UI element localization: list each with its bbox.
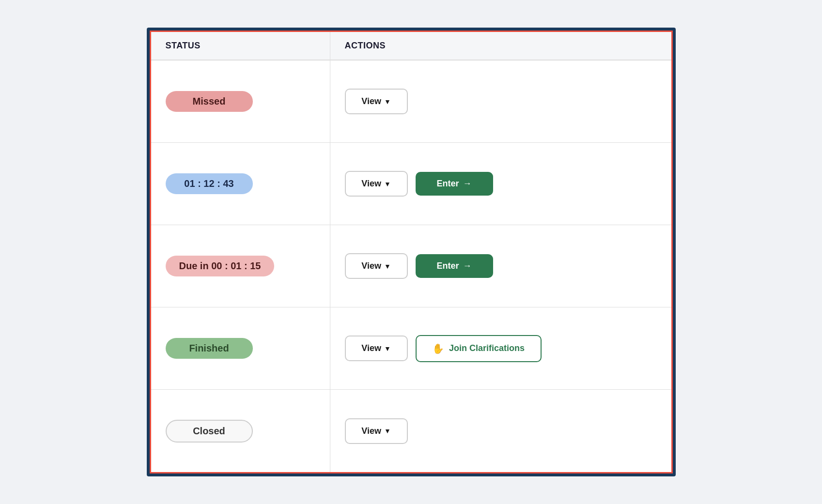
dropdown-arrow-icon: ▼ <box>384 345 391 352</box>
enter-button-due[interactable]: Enter → <box>416 254 493 278</box>
view-label-timer: View <box>361 179 381 189</box>
actions-cell-timer: View ▼ Enter → <box>330 143 671 225</box>
table-body: Missed View ▼ 01 : 12 : 43 View ▼ <box>151 61 671 472</box>
view-button-finished[interactable]: View ▼ <box>345 336 408 361</box>
main-table: STATUS ACTIONS Missed View ▼ 0 <box>150 31 673 473</box>
enter-label-due: Enter <box>436 261 459 271</box>
actions-cell-due: View ▼ Enter → <box>330 225 671 307</box>
dropdown-arrow-icon: ▼ <box>384 262 391 270</box>
status-badge-finished: Finished <box>166 338 253 359</box>
arrow-right-icon: → <box>463 179 472 189</box>
status-cell-missed: Missed <box>151 61 330 142</box>
arrow-right-icon: → <box>463 261 472 271</box>
status-cell-timer: 01 : 12 : 43 <box>151 143 330 225</box>
view-label-due: View <box>361 261 381 271</box>
enter-label-timer: Enter <box>436 179 459 189</box>
status-badge-timer: 01 : 12 : 43 <box>166 173 253 194</box>
table-row: Closed View ▼ <box>151 390 671 472</box>
view-button-closed[interactable]: View ▼ <box>345 418 408 444</box>
join-clarifications-button[interactable]: ✋ Join Clarifications <box>416 335 542 362</box>
outer-border-wrapper: STATUS ACTIONS Missed View ▼ 0 <box>147 28 676 476</box>
dropdown-arrow-icon: ▼ <box>384 98 391 106</box>
view-button-due[interactable]: View ▼ <box>345 253 408 279</box>
status-cell-finished: Finished <box>151 307 330 389</box>
status-badge-missed: Missed <box>166 91 253 112</box>
view-button-timer[interactable]: View ▼ <box>345 171 408 197</box>
hand-icon: ✋ <box>432 343 444 354</box>
table-row: 01 : 12 : 43 View ▼ Enter → <box>151 143 671 225</box>
view-button-missed[interactable]: View ▼ <box>345 89 408 114</box>
view-label-finished: View <box>361 343 381 353</box>
status-badge-closed: Closed <box>166 420 253 443</box>
status-cell-due: Due in 00 : 01 : 15 <box>151 225 330 307</box>
actions-cell-closed: View ▼ <box>330 390 671 472</box>
table-header: STATUS ACTIONS <box>151 32 671 61</box>
view-label-closed: View <box>361 426 381 436</box>
actions-cell-missed: View ▼ <box>330 61 671 142</box>
table-row: Missed View ▼ <box>151 61 671 143</box>
status-column-header: STATUS <box>151 32 330 60</box>
view-label-missed: View <box>361 96 381 107</box>
actions-cell-finished: View ▼ ✋ Join Clarifications <box>330 307 671 389</box>
enter-button-timer[interactable]: Enter → <box>416 172 493 196</box>
status-badge-due: Due in 00 : 01 : 15 <box>166 256 275 276</box>
table-row: Finished View ▼ ✋ Join Clarifications <box>151 307 671 390</box>
actions-column-header: ACTIONS <box>330 32 671 60</box>
join-label: Join Clarifications <box>449 343 525 353</box>
dropdown-arrow-icon: ▼ <box>384 180 391 188</box>
status-cell-closed: Closed <box>151 390 330 472</box>
table-row: Due in 00 : 01 : 15 View ▼ Enter → <box>151 225 671 307</box>
dropdown-arrow-icon: ▼ <box>384 427 391 435</box>
